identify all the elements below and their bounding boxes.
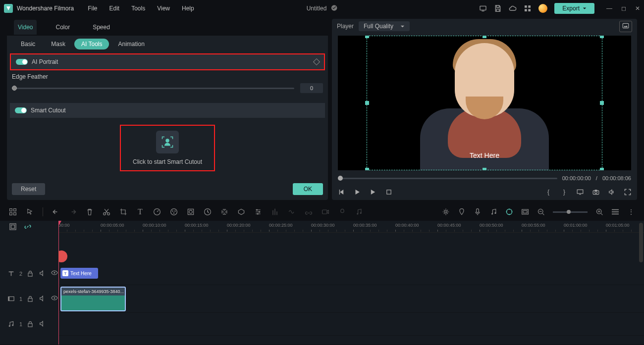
snapshot-format-icon[interactable] (619, 21, 632, 32)
slider-thumb[interactable] (12, 86, 17, 91)
text-track[interactable]: T Text Here (58, 262, 644, 285)
stop-icon[interactable] (385, 189, 392, 196)
subtab-animation[interactable]: Animation (111, 39, 151, 49)
visibility-icon[interactable] (51, 296, 58, 302)
color-icon[interactable] (170, 208, 178, 216)
mark-in-icon[interactable]: { (545, 189, 552, 196)
cursor-icon[interactable] (26, 208, 34, 216)
display-icon[interactable] (577, 189, 584, 196)
speed-ramp-icon[interactable] (204, 208, 212, 216)
lock-icon[interactable] (27, 270, 34, 277)
mute-icon[interactable] (39, 270, 46, 277)
cloud-icon[interactable] (509, 4, 517, 12)
menu-help[interactable]: Help (182, 5, 194, 12)
zoom-in-icon[interactable] (595, 208, 603, 216)
auto-reframe-icon[interactable] (442, 208, 450, 216)
adjust-icon[interactable] (254, 208, 262, 216)
audio-stretch-icon[interactable] (288, 208, 296, 216)
edge-feather-slider[interactable] (12, 88, 294, 89)
progress-thumb[interactable] (338, 176, 343, 181)
subtab-mask[interactable]: Mask (44, 39, 72, 49)
apps-icon[interactable] (524, 4, 532, 12)
tab-video[interactable]: Video (14, 20, 37, 35)
smart-cutout-toggle[interactable] (15, 107, 27, 113)
maximize-button[interactable]: ◻ (621, 5, 626, 12)
edge-feather-value[interactable]: 0 (300, 83, 323, 93)
music-icon[interactable] (355, 208, 363, 216)
progress-track[interactable] (338, 178, 557, 179)
reset-button[interactable]: Reset (12, 183, 45, 195)
video-clip[interactable]: pexels-stefan-3649935-3840... (60, 287, 126, 311)
close-button[interactable]: ✕ (635, 5, 640, 12)
menu-tools[interactable]: Tools (131, 5, 145, 12)
select-mode-icon[interactable] (9, 208, 17, 216)
ai-portrait-toggle[interactable] (16, 59, 28, 65)
green-screen-icon[interactable] (237, 208, 245, 216)
render-icon[interactable] (521, 208, 529, 216)
resize-handle[interactable] (365, 168, 369, 170)
tab-color[interactable]: Color (52, 20, 74, 35)
smart-cutout-start-button[interactable] (156, 131, 179, 153)
marker-icon[interactable] (458, 208, 466, 216)
marker-dot[interactable] (58, 250, 67, 262)
delete-icon[interactable] (86, 208, 94, 216)
track-options-icon[interactable] (611, 208, 619, 216)
play-forward-icon[interactable] (370, 189, 376, 196)
timeline-tracks-area[interactable]: 00:0000:00:05:0000:00:10:0000:00:15:0000… (58, 221, 644, 345)
keyframe-diamond-icon[interactable] (313, 58, 320, 65)
save-icon[interactable] (494, 4, 502, 12)
menu-view[interactable]: View (157, 5, 170, 12)
mute-icon[interactable] (39, 296, 46, 302)
resize-handle[interactable] (600, 36, 604, 38)
menu-file[interactable]: File (88, 5, 97, 12)
lock-icon[interactable] (27, 321, 34, 328)
video-track[interactable]: pexels-stefan-3649935-3840... (58, 285, 644, 313)
voice-icon[interactable] (338, 208, 346, 216)
preview-stage[interactable]: Text Here (338, 36, 631, 170)
track-manage-icon[interactable] (9, 223, 17, 231)
audio-mixer-icon[interactable] (271, 208, 279, 216)
menu-edit[interactable]: Edit (109, 5, 120, 12)
record-icon[interactable] (322, 208, 329, 216)
volume-icon[interactable] (608, 189, 615, 196)
minimize-button[interactable]: — (606, 5, 612, 12)
prev-frame-icon[interactable] (338, 189, 345, 196)
text-overlay[interactable]: Text Here (470, 151, 499, 159)
mask-tool-icon[interactable] (187, 208, 195, 216)
undo-icon[interactable] (52, 208, 60, 216)
crop-icon[interactable] (119, 208, 127, 216)
more-icon[interactable]: ⋮ (627, 208, 635, 216)
mark-out-icon[interactable]: } (561, 189, 568, 196)
resize-handle[interactable] (483, 168, 486, 170)
track-link-icon[interactable] (24, 223, 32, 231)
snapshot-icon[interactable] (592, 189, 599, 196)
resize-handle[interactable] (600, 101, 604, 105)
text-clip[interactable]: T Text Here (60, 268, 98, 279)
mute-icon[interactable] (39, 321, 46, 328)
vertical-scrollbar[interactable] (639, 203, 643, 342)
subtab-basic[interactable]: Basic (14, 39, 42, 49)
play-icon[interactable] (354, 189, 361, 196)
split-icon[interactable] (103, 208, 110, 216)
keyframe-icon[interactable] (220, 208, 228, 216)
timeline-ruler[interactable]: 00:0000:00:05:0000:00:10:0000:00:15:0000… (58, 221, 644, 233)
subtab-ai-tools[interactable]: AI Tools (74, 39, 109, 49)
audio-icon[interactable] (489, 208, 497, 216)
resize-handle[interactable] (483, 36, 486, 38)
export-button[interactable]: Export (554, 3, 594, 14)
lock-icon[interactable] (27, 296, 34, 302)
resize-handle[interactable] (365, 101, 369, 105)
resize-handle[interactable] (600, 168, 604, 170)
tab-speed[interactable]: Speed (89, 20, 114, 35)
mic-icon[interactable] (474, 208, 482, 216)
user-avatar[interactable] (538, 4, 547, 13)
zoom-slider[interactable] (553, 211, 588, 213)
quality-dropdown[interactable]: Full Quality (359, 21, 410, 31)
playhead[interactable] (58, 221, 59, 345)
device-icon[interactable] (479, 4, 487, 12)
resize-handle[interactable] (365, 36, 369, 38)
selection-outline[interactable] (367, 36, 602, 170)
speed-icon[interactable] (153, 208, 161, 216)
redo-icon[interactable] (69, 208, 77, 216)
link-icon[interactable] (305, 208, 313, 216)
